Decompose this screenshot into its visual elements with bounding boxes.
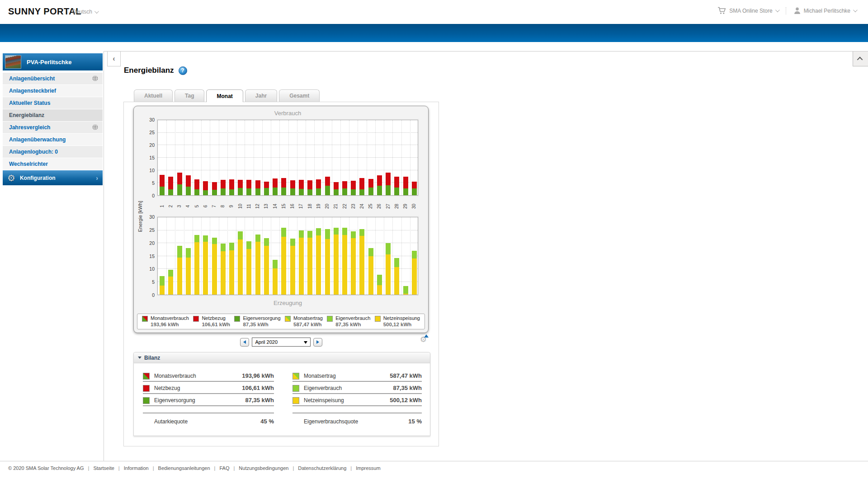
bilanz-row-label: Monatsverbrauch bbox=[154, 373, 196, 379]
bar-segment-netzeinspeisung bbox=[246, 249, 251, 295]
select-dropdown-arrow-icon bbox=[304, 341, 307, 344]
gridline bbox=[254, 217, 254, 295]
gridline bbox=[262, 217, 263, 295]
bar-segment-eigenverbrauch bbox=[351, 231, 356, 238]
bar-day-3 bbox=[177, 246, 182, 295]
arrow-left-icon bbox=[243, 340, 246, 344]
previous-month-button[interactable] bbox=[240, 338, 249, 347]
sidebar-item-jahresvergleich[interactable]: Jahresvergleich bbox=[3, 122, 103, 133]
bar-segment-netzeinspeisung bbox=[377, 285, 382, 295]
bar-segment-eigenverbrauch bbox=[264, 238, 269, 246]
bilanz-chip-icon bbox=[292, 373, 299, 380]
bar-day-11 bbox=[246, 180, 251, 195]
legend-label: Netzbezug bbox=[202, 315, 230, 321]
y-axis-tick-label: 10 bbox=[137, 168, 155, 173]
period-select[interactable]: April 2020 bbox=[252, 338, 311, 347]
bar-segment-netzbezug bbox=[160, 175, 165, 187]
gridline bbox=[158, 170, 418, 170]
y-axis-tick-label: 15 bbox=[137, 155, 155, 160]
y-axis-tick-label: 0 bbox=[137, 292, 155, 298]
gridline bbox=[210, 120, 210, 195]
bar-segment-eigenversorgung bbox=[394, 188, 399, 195]
bar-day-19 bbox=[316, 228, 321, 295]
bar-segment-netzbezug bbox=[386, 173, 391, 185]
gridline bbox=[184, 120, 184, 195]
bar-day-16 bbox=[290, 180, 295, 195]
bar-day-18 bbox=[307, 231, 312, 295]
top-bar: SUNNY PORTAL Deutsch SMA Online Store Mi… bbox=[0, 0, 868, 24]
bar-day-12 bbox=[255, 180, 260, 195]
bilanz-quote-value: 45 % bbox=[260, 418, 274, 425]
footer-link-information[interactable]: Information bbox=[124, 465, 149, 471]
footer-link-startseite[interactable]: Startseite bbox=[93, 465, 114, 471]
legend-chip-icon bbox=[285, 316, 291, 322]
tab-jahr[interactable]: Jahr bbox=[245, 89, 277, 102]
help-icon[interactable]: ? bbox=[179, 66, 187, 75]
bar-segment-netzbezug bbox=[394, 177, 399, 188]
tab-tag[interactable]: Tag bbox=[175, 89, 204, 102]
footer-link-nutzungsbedingungen[interactable]: Nutzungsbedingungen bbox=[239, 465, 288, 471]
arrow-right-icon bbox=[316, 340, 319, 344]
konfiguration-label: Konfiguration bbox=[20, 175, 56, 181]
sidebar-item-konfiguration[interactable]: ⚙ Konfiguration › bbox=[3, 170, 103, 185]
tab-gesamt[interactable]: Gesamt bbox=[279, 89, 320, 102]
sidebar-item-anlagensteckbrief[interactable]: Anlagensteckbrief bbox=[3, 85, 103, 97]
footer-separator: | bbox=[233, 465, 235, 471]
sidebar-item-energiebilanz[interactable]: Energiebilanz bbox=[3, 109, 103, 121]
gridline bbox=[175, 120, 175, 195]
bar-segment-netzbezug bbox=[255, 180, 260, 188]
bar-day-1 bbox=[160, 276, 165, 295]
footer-separator: | bbox=[214, 465, 216, 471]
next-month-button[interactable] bbox=[313, 338, 322, 347]
sidebar-item-wechselrichter[interactable]: Wechselrichter bbox=[3, 158, 103, 170]
gridline bbox=[349, 217, 349, 295]
bar-segment-netzeinspeisung bbox=[342, 235, 347, 295]
sidebar-item-anlagen-berwachung[interactable]: Anlagenüberwachung bbox=[3, 134, 103, 145]
bar-segment-eigenversorgung bbox=[186, 187, 191, 195]
tab-aktuell[interactable]: Aktuell bbox=[134, 89, 173, 102]
legend-value: 193,96 kWh bbox=[151, 321, 189, 328]
gridline bbox=[158, 230, 418, 230]
user-menu-dropdown[interactable]: Michael Perlitschke bbox=[793, 7, 856, 14]
gridline bbox=[401, 217, 402, 295]
gridline bbox=[367, 120, 367, 195]
footer-link-faq[interactable]: FAQ bbox=[219, 465, 229, 471]
language-dropdown[interactable]: Deutsch bbox=[72, 9, 98, 15]
footer-link-bedienungsanleitungen[interactable]: Bedienungsanleitungen bbox=[158, 465, 210, 471]
x-axis-tick-label: 29 bbox=[403, 202, 408, 211]
gridline bbox=[166, 120, 167, 195]
legend-entry: Eigenversorgung87,35 kWh bbox=[234, 315, 280, 328]
legend-value: 87,35 kWh bbox=[243, 321, 280, 328]
plant-header[interactable]: PVA-Perlitschke bbox=[3, 53, 103, 70]
bar-day-4 bbox=[186, 175, 191, 195]
tab-monat[interactable]: Monat bbox=[206, 89, 243, 102]
footer-separator: | bbox=[118, 465, 120, 471]
bar-segment-eigenversorgung bbox=[221, 188, 226, 195]
bar-segment-eigenversorgung bbox=[368, 188, 373, 195]
scroll-to-top-button[interactable] bbox=[853, 52, 868, 66]
bar-day-22 bbox=[342, 181, 347, 195]
chart-title-erzeugung: Erzeugung bbox=[157, 300, 418, 306]
chart-settings-button[interactable]: ⚙ bbox=[420, 336, 427, 344]
footer-link-datenschutzerkl-rung[interactable]: Datenschutzerklärung bbox=[298, 465, 346, 471]
sidebar-collapse-button[interactable]: ‹ bbox=[107, 52, 121, 66]
footer-separator: | bbox=[292, 465, 294, 471]
chart-panel: Energie [kWh] Monatsverbrauch193,96 kWhN… bbox=[133, 106, 429, 333]
footer-link-impressum[interactable]: Impressum bbox=[356, 465, 380, 471]
sidebar-item-anlagenlogbuch-0[interactable]: Anlagenlogbuch: 0 bbox=[3, 146, 103, 158]
plot-area-erzeugung bbox=[157, 217, 418, 295]
online-store-dropdown[interactable]: SMA Online Store bbox=[717, 7, 778, 14]
bar-day-16 bbox=[290, 239, 295, 295]
bilanz-column: Monatsertrag587,47 kWhEigenverbrauch87,3… bbox=[292, 371, 422, 424]
bar-segment-eigenverbrauch bbox=[342, 228, 347, 235]
sidebar-item-aktueller-status[interactable]: Aktueller Status bbox=[3, 97, 103, 109]
y-axis-tick-label: 15 bbox=[137, 253, 155, 259]
bar-day-18 bbox=[307, 180, 312, 195]
bar-day-27 bbox=[386, 243, 391, 295]
gridline bbox=[375, 120, 376, 195]
bilanz-collapse-header[interactable]: Bilanz bbox=[134, 352, 430, 363]
bar-segment-eigenversorgung bbox=[238, 188, 243, 195]
bar-segment-netzeinspeisung bbox=[194, 242, 199, 295]
sidebar-item-anlagen-bersicht[interactable]: Anlagenübersicht bbox=[3, 73, 103, 84]
bar-segment-netzbezug bbox=[264, 182, 269, 188]
